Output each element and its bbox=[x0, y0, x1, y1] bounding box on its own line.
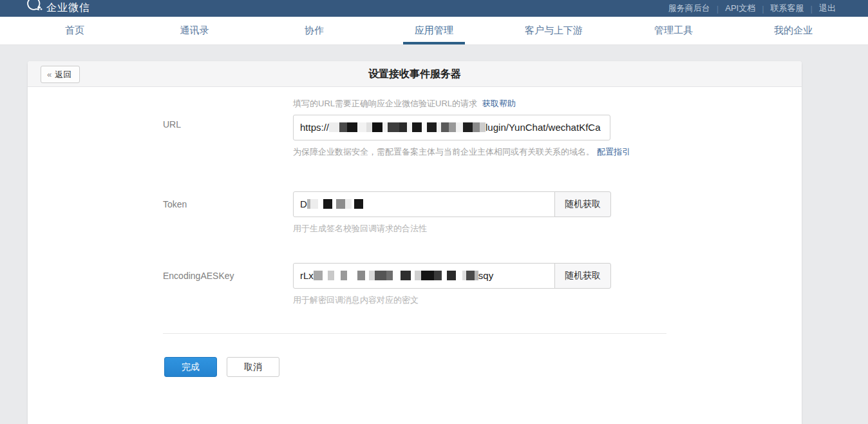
aeskey-value-suffix: sqy bbox=[478, 270, 493, 281]
get-help-link[interactable]: 获取帮助 bbox=[482, 99, 516, 108]
aeskey-hint: 用于解密回调消息内容对应的密文 bbox=[293, 294, 611, 306]
brand-name: 企业微信 bbox=[46, 1, 90, 15]
page-content: 设置接收事件服务器 « 返回 URL 填写的URL需要正确响应企业微信验证URL… bbox=[0, 45, 868, 424]
form-actions: 完成 取消 bbox=[28, 357, 802, 377]
card-header: 设置接收事件服务器 « 返回 bbox=[28, 61, 802, 87]
topbar-link-api-docs[interactable]: API文档 bbox=[719, 3, 762, 14]
url-bottom-hint: 为保障企业数据安全，需配置备案主体与当前企业主体相同或有关联关系的域名。配置指引 bbox=[293, 146, 630, 158]
topbar-links: 服务商后台 | API文档 | 联系客服 | 退出 bbox=[662, 3, 842, 15]
nav-item-label: 协作 bbox=[305, 24, 324, 37]
aeskey-field-label: EncodingAESKey bbox=[163, 263, 293, 306]
url-redacted-value bbox=[329, 122, 486, 133]
main-nav: 首页 通讯录 协作 应用管理 客户与上下游 管理工具 我的企业 bbox=[0, 17, 868, 45]
settings-card: 设置接收事件服务器 « 返回 URL 填写的URL需要正确响应企业微信验证URL… bbox=[28, 61, 802, 424]
token-field: D 随机获取 用于生成签名校验回调请求的合法性 bbox=[293, 191, 611, 235]
back-button-label: 返回 bbox=[55, 69, 71, 81]
aeskey-redacted-value bbox=[314, 270, 478, 281]
aeskey-input[interactable]: rLxsqy bbox=[293, 263, 555, 289]
url-bottom-hint-text: 为保障企业数据安全，需配置备案主体与当前企业主体相同或有关联关系的域名。 bbox=[293, 147, 594, 157]
nav-item-my-company[interactable]: 我的企业 bbox=[762, 17, 824, 44]
url-field-label: URL bbox=[163, 98, 293, 163]
nav-item-admin-tools[interactable]: 管理工具 bbox=[643, 17, 704, 44]
nav-item-label: 首页 bbox=[65, 24, 84, 37]
token-value-prefix: D bbox=[300, 198, 307, 209]
url-input[interactable]: https://lugin/YunChat/wechatKfCa bbox=[293, 115, 610, 140]
form-divider bbox=[163, 333, 666, 334]
top-bar: 企业微信 服务商后台 | API文档 | 联系客服 | 退出 bbox=[0, 0, 868, 17]
token-input[interactable]: D bbox=[293, 191, 555, 217]
topbar-link-provider-console[interactable]: 服务商后台 bbox=[662, 3, 717, 14]
url-top-hint-text: 填写的URL需要正确响应企业微信验证URL的请求 bbox=[293, 99, 477, 108]
url-top-hint: 填写的URL需要正确响应企业微信验证URL的请求获取帮助 bbox=[293, 98, 630, 110]
cancel-button[interactable]: 取消 bbox=[227, 357, 279, 377]
topbar-link-logout[interactable]: 退出 bbox=[813, 3, 842, 14]
topbar-link-contact-support[interactable]: 联系客服 bbox=[764, 3, 811, 14]
brand[interactable]: 企业微信 bbox=[26, 1, 90, 15]
url-field: 填写的URL需要正确响应企业微信验证URL的请求获取帮助 https://lug… bbox=[293, 98, 630, 163]
url-value-suffix: lugin/YunChat/wechatKfCa bbox=[486, 122, 600, 133]
nav-item-app-management[interactable]: 应用管理 bbox=[403, 17, 465, 44]
url-value-prefix: https:// bbox=[300, 122, 329, 133]
chevron-left-icon: « bbox=[47, 70, 52, 79]
nav-item-label: 管理工具 bbox=[654, 24, 693, 37]
token-random-generate-button[interactable]: 随机获取 bbox=[554, 191, 611, 217]
submit-button[interactable]: 完成 bbox=[164, 357, 217, 377]
nav-item-collaboration[interactable]: 协作 bbox=[283, 17, 345, 44]
page-title: 设置接收事件服务器 bbox=[28, 61, 802, 87]
aeskey-field: rLxsqy 随机获取 用于解密回调消息内容对应的密文 bbox=[293, 263, 611, 306]
nav-item-label: 客户与上下游 bbox=[525, 24, 583, 37]
wework-logo-icon bbox=[26, 2, 42, 15]
form-row-encoding-aes-key: EncodingAESKey rLxsqy 随机获取 用于解密回调消息内容对应的… bbox=[28, 263, 802, 306]
nav-item-label: 应用管理 bbox=[415, 24, 453, 37]
nav-item-contacts[interactable]: 通讯录 bbox=[164, 17, 225, 44]
nav-item-label: 我的企业 bbox=[774, 24, 813, 37]
nav-item-home[interactable]: 首页 bbox=[44, 17, 106, 44]
config-guide-link[interactable]: 配置指引 bbox=[597, 147, 630, 157]
aeskey-random-generate-button[interactable]: 随机获取 bbox=[554, 263, 611, 289]
nav-item-customers-upstream-downstream[interactable]: 客户与上下游 bbox=[523, 17, 585, 44]
form-row-token: Token D 随机获取 用于生成签名校验回调请求的合法性 bbox=[28, 191, 802, 235]
aeskey-value-prefix: rLx bbox=[300, 270, 314, 281]
token-redacted-value bbox=[307, 198, 363, 209]
back-button[interactable]: « 返回 bbox=[41, 66, 80, 83]
server-settings-form: URL 填写的URL需要正确响应企业微信验证URL的请求获取帮助 https:/… bbox=[28, 87, 802, 377]
form-row-url: URL 填写的URL需要正确响应企业微信验证URL的请求获取帮助 https:/… bbox=[28, 98, 802, 163]
token-field-label: Token bbox=[163, 191, 293, 235]
token-hint: 用于生成签名校验回调请求的合法性 bbox=[293, 223, 611, 235]
nav-item-label: 通讯录 bbox=[180, 24, 209, 37]
